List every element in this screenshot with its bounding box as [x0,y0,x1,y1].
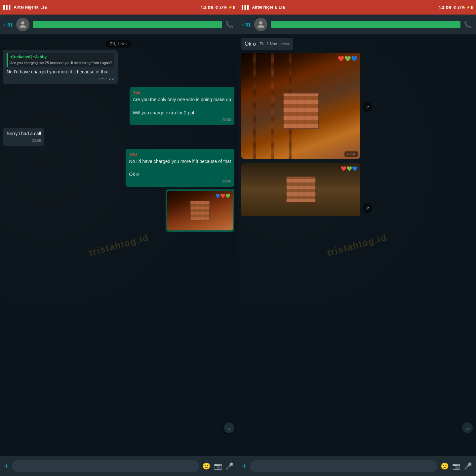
right-plus-button[interactable]: + [242,461,247,471]
msg-text-1: No I'd have charged you more if it becau… [7,69,114,75]
right-photo-2[interactable]: ❤️💚💙 [241,163,360,216]
msg-time-1: 22:57 [98,77,107,82]
msg-tick-1: ✓✓ [108,77,114,82]
pixel-face-2 [286,177,316,203]
bubble-5-photo: 💙❤️💚 [166,189,234,232]
chat-panels: ‹ 31 📞 tristablog.id Fri, 1 Nov +[ [0,15,476,476]
right-photo-1[interactable]: ❤️💚💙 23:07 [241,53,360,159]
right-chat-body[interactable]: tristablog.id Ok o Fri, 1 Nov 23:06 [238,34,476,456]
watermark-right: tristablog.id [326,232,388,258]
status-right: ▌▌▌ Airtel Nigeria LTE 14:06 ⊙ 27% ⚡▮ [238,5,476,10]
photo-placeholder-left: 💙❤️💚 [167,191,233,230]
bubble-3: Sorry,I had a call 23:06 [3,128,44,146]
left-emoji-button[interactable]: 🙂 [202,462,211,470]
scroll-down-button-right[interactable]: ⌄ [462,422,473,433]
bubble-4: You No I'd have charged you more if it b… [126,149,234,187]
watermark-left: tristablog.id [88,232,150,258]
signal-left: ▌▌▌ [3,5,12,10]
left-camera-button[interactable]: 📷 [214,462,222,470]
signal-right: ▌▌▌ [242,5,250,10]
right-call-button[interactable]: 📞 [464,20,472,28]
msg-text-3: Sorry,I had a call [7,131,41,137]
msg-meta-1: 22:57 ✓✓ [7,77,114,82]
right-back-count: 31 [245,22,251,27]
msg-meta-2: 23:06 [133,117,231,122]
left-chat-header: ‹ 31 📞 [0,15,238,34]
photo-inner-2: ❤️💚💙 [241,163,360,216]
time-left: 14:06 [201,5,213,10]
left-back-count: 31 [7,22,13,27]
right-bubble-1: Ok o Fri, 1 Nov 23:06 [241,38,293,50]
battery-right: ⊙ 27% ⚡▮ [453,5,473,10]
quoted-message: +[redacted] ~Jabby Are you charging me 2… [7,53,114,67]
message-row-3: Sorry,I had a call 23:06 [3,128,234,146]
right-message-row-3: ❤️💚💙 ↗ [241,163,473,216]
left-input-bar: + 🙂 📷 🎤 [0,456,238,476]
quoted-text: Are you charging me 25 because you'll be… [10,60,112,65]
msg-text-4: No I'd have charged you more if it becau… [129,158,231,178]
right-message-row-1: Ok o Fri, 1 Nov 23:06 [241,38,473,50]
scroll-down-button[interactable]: ⌄ [224,422,234,433]
msg-text-2: Are you the only only one who is doing m… [133,97,231,116]
you-label-2: You [133,90,231,96]
share-button-1[interactable]: ↗ [362,102,372,112]
right-chat-header: ‹ 31 📞 [238,15,476,34]
left-avatar [16,18,29,31]
network-right: LTE [279,5,285,9]
you-label-4: You [129,151,231,157]
right-emoji-button[interactable]: 🙂 [441,462,449,470]
msg-meta-4: 23:06 [129,179,231,184]
right-mic-button[interactable]: 🎤 [464,462,472,470]
msg-time-2: 23:06 [222,117,231,122]
right-contact-name [271,21,460,28]
left-contact-name [33,21,222,28]
hearts-right-1: ❤️💚💙 [338,56,358,62]
left-call-button[interactable]: 📞 [225,20,234,28]
outgoing-photo[interactable]: 💙❤️💚 [167,191,233,230]
status-left: ▌▌▌ Airtel Nigeria LTE 14:06 ⊙ 27% ⚡▮ [0,5,238,10]
battery-left: ⊙ 27% ⚡▮ [215,5,235,10]
message-row-5: 💙❤️💚 [3,189,234,232]
message-row-1: +[redacted] ~Jabby Are you charging me 2… [3,50,234,84]
network-left: LTE [40,5,47,9]
left-chat-body[interactable]: tristablog.id Fri, 1 Nov +[redacted] ~Ja… [0,34,238,456]
right-camera-button[interactable]: 📷 [452,462,460,470]
date-label-left: Fri, 1 Nov [3,40,234,48]
msg-time-3: 23:06 [32,138,41,143]
msg-meta-3: 23:06 [7,138,41,143]
right-inline-date: Fri, 1 Nov [260,41,277,47]
right-input-bar: + 🙂 📷 🎤 [238,456,476,476]
share-button-2[interactable]: ↗ [362,203,372,213]
photo-inner-1: ❤️💚💙 [241,53,360,159]
left-plus-button[interactable]: + [4,461,9,471]
time-right: 14:06 [439,5,451,10]
photo-time-badge-1: 23:07 [344,151,358,157]
right-avatar [254,18,267,31]
message-row-2: You Are you the only only one who is doi… [3,87,234,125]
bubble-1: +[redacted] ~Jabby Are you charging me 2… [3,50,118,84]
right-message-row-2: ❤️💚💙 23:07 ↗ [241,53,473,161]
quoted-name: +[redacted] ~Jabby [10,54,112,60]
left-message-input[interactable] [12,460,199,472]
right-msg-time-1: 23:06 [281,42,290,47]
carrier-left: Airtel Nigeria [14,5,39,10]
status-bar: ▌▌▌ Airtel Nigeria LTE 14:06 ⊙ 27% ⚡▮ ▌▌… [0,0,476,15]
left-chat-panel: ‹ 31 📞 tristablog.id Fri, 1 Nov +[ [0,15,238,476]
msg-time-4: 23:06 [222,179,231,184]
right-photo-container-1: ❤️💚💙 23:07 ↗ [241,53,360,161]
right-chat-panel: ‹ 31 📞 tristablog.id Ok o Fri, 1 Nov 23:… [238,15,476,476]
right-back-button[interactable]: ‹ 31 [242,21,251,28]
carrier-right: Airtel Nigeria [252,5,277,10]
right-message-input[interactable] [250,460,437,472]
right-photo-container-2: ❤️💚💙 ↗ [241,163,360,216]
left-mic-button[interactable]: 🎤 [225,462,234,470]
left-back-button[interactable]: ‹ 31 [4,21,13,28]
hearts-right-2: ❤️💚💙 [341,166,358,171]
right-msg-text-1: Ok o [245,40,256,48]
message-row-4: You No I'd have charged you more if it b… [3,149,234,187]
bubble-2: You Are you the only only one who is doi… [130,87,234,125]
